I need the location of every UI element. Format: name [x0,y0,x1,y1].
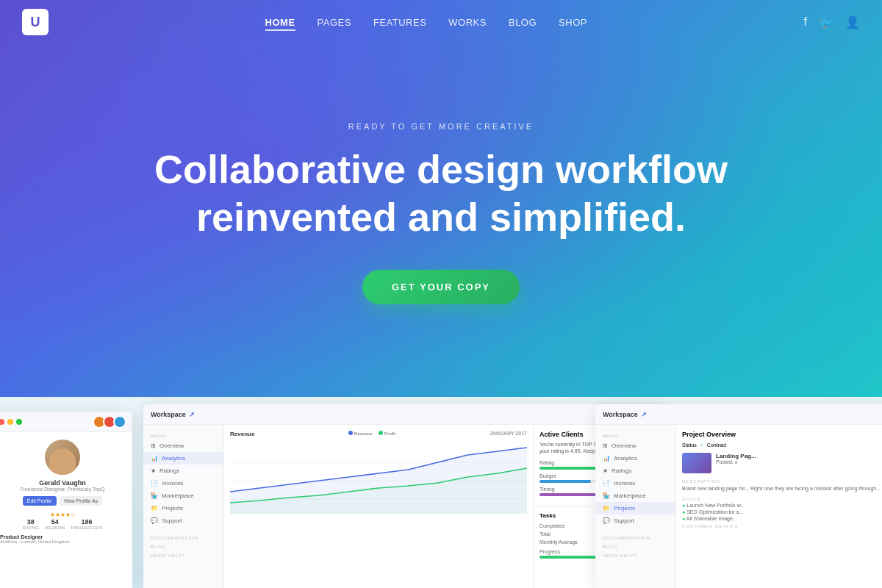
invoices-icon: 📄 [151,480,158,487]
goals-label: GOALS [682,497,882,501]
right-menu-label: MENU [595,431,675,440]
right-marketplace-icon: 🏪 [603,492,610,499]
ws-overview[interactable]: ⊞ Overview [143,440,223,452]
right-sidebar: MENU ⊞ Overview 📊 Analytics ★ Ratings 📄 … [595,425,676,588]
revenue-legend: Revenue [348,431,373,436]
analytics-sidebar: MENU ⊞ Overview 📊 Analytics ★ Ratings 📄 … [143,425,224,588]
user-circle-icon[interactable]: 👤 [845,15,860,29]
project-name: Landing Pag... [716,453,756,459]
ws-invoices-label: Invoices [162,480,183,487]
ws-ratings-label: Ratings [159,467,179,474]
right-support-label: Support [614,517,634,524]
revenue-dot [348,431,353,435]
profile-name: Gerald Vaughn [39,479,86,487]
right-ratings-icon: ★ [603,467,608,474]
expand-dot [16,419,22,425]
ws-support-label: Support [162,517,182,524]
right-support[interactable]: 💬 Support [595,514,675,527]
profile-title: Freelance Designer, Previously TopQ [20,487,104,492]
nav-blog[interactable]: BLOG [509,17,537,28]
twitter-icon[interactable]: 🐦 [819,15,833,29]
help-section-label: NEED HELP? [143,551,223,559]
analytics-header: Workspace ↗ [143,404,665,425]
ws-projects[interactable]: 📁 Projects [143,502,223,514]
cta-button[interactable]: GET YOUR COPY [362,270,520,304]
project-item: Landing Pag... Posted: x [682,453,882,473]
view-profile-button[interactable]: View Profile As [60,496,103,506]
analytics-card: Workspace ↗ MENU ⊞ Overview 📊 Analytics [143,404,665,588]
right-marketplace-label: Marketplace [614,492,646,499]
right-overview[interactable]: ⊞ Overview [595,440,675,452]
blog-section-label: BLOG [143,542,223,551]
right-ratings[interactable]: ★ Ratings [595,465,675,477]
hero-content: READY TO GET MORE CREATIVE Collaborative… [154,122,728,305]
right-marketplace[interactable]: 🏪 Marketplace [595,490,675,502]
ws-projects-label: Projects [162,505,183,512]
mini-avatar-3 [113,415,126,429]
analytics-header-title: Workspace [151,411,186,418]
right-analytics[interactable]: 📊 Analytics [595,452,675,465]
nav-features[interactable]: FEATURES [373,17,426,28]
right-workspace-title: Workspace [603,411,638,418]
profile-buttons: Edit Profile View Profile As [23,496,102,506]
goal-2: ● SEO Optimization be a... [682,509,882,514]
ws-analytics-label: Analytics [162,455,185,462]
close-dot [0,419,4,425]
right-blog-label: BLOG [595,542,675,551]
right-invoices-label: Invoices [614,480,635,487]
rating-stars: ★★★★☆ [50,512,76,518]
description-label: DESCRIPTION [682,479,882,484]
hero-section: READY TO GET MORE CREATIVE Collaborative… [0,0,882,412]
revenue-chart-area: Revenue Revenue Profit JANUARY 2017 [224,425,533,588]
dashboards-area: Gerald Vaughn Freelance Designer, Previo… [0,397,882,588]
logo[interactable]: U [22,9,49,35]
ws-invoices[interactable]: 📄 Invoices [143,477,223,490]
chart-title: Revenue Revenue Profit JANUARY 2017 [230,431,527,439]
chart-title-text: Revenue [230,431,254,439]
right-ratings-label: Ratings [612,467,631,474]
right-docs-label: DOCUMENTATION [595,533,675,542]
nav-links: HOME PAGES FEATURES WORKS BLOG SHOP [265,15,587,29]
avatar-face [49,448,76,475]
ws-marketplace-label: Marketplace [162,492,194,499]
job-title: Product Designer [0,534,43,539]
revenue-svg [230,440,527,514]
right-overview-label: Overview [612,442,636,449]
nav-pages[interactable]: PAGES [318,17,351,28]
profile-card-header [0,412,132,432]
right-workspace-header: Workspace ↗ [595,404,882,425]
goal-3: ● All Shareable Image... [682,516,882,521]
edit-profile-button[interactable]: Edit Profile [23,496,57,506]
nav-shop[interactable]: SHOP [559,17,587,28]
docs-section-label: DOCUMENTATION [143,533,223,542]
customer-details-label: CUSTOMER DETAILS [682,524,882,528]
right-projects-label: Projects [614,505,635,512]
analytics-icon: 📊 [151,455,158,462]
avatar [45,440,80,475]
company: AirMclon · London, United Kingdom [0,539,69,544]
ws-marketplace[interactable]: 🏪 Marketplace [143,490,223,502]
projects-icon: 📁 [151,505,158,512]
right-help-label: NEED HELP? [595,551,675,559]
avatar-group [96,415,126,429]
ws-analytics[interactable]: 📊 Analytics [143,452,223,465]
stat-rating: 38 RATING [23,518,39,530]
profile-body: Gerald Vaughn Freelance Designer, Previo… [0,432,132,551]
right-invoices[interactable]: 📄 Invoices [595,477,675,490]
facebook-icon[interactable]: f [804,15,807,29]
analytics-trend-icon: ↗ [189,411,195,418]
right-invoices-icon: 📄 [603,480,610,487]
minimize-dot [7,419,13,425]
right-analytics-icon: 📊 [603,455,610,462]
right-analytics-label: Analytics [614,455,637,462]
nav-home[interactable]: HOME [265,17,295,31]
hero-title-line1: Collaborative design workflow [154,147,728,191]
nav-social-icons: f 🐦 👤 [804,15,860,29]
goal-1: ● Launch New Portfolio w... [682,503,882,508]
nav-works[interactable]: WORKS [448,17,487,28]
right-projects[interactable]: 📁 Projects [595,502,675,514]
profile-card: Gerald Vaughn Freelance Designer, Previo… [0,412,132,588]
ws-support[interactable]: 💬 Support [143,514,223,527]
project-posted: Posted: x [716,459,737,465]
ws-ratings[interactable]: ★ Ratings [143,465,223,477]
